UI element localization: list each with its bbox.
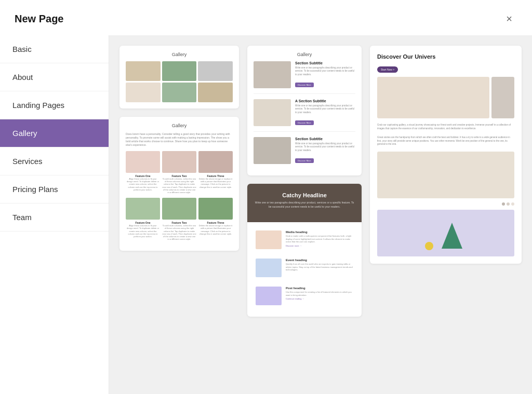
template-card-headline[interactable]: Catchy Headline Write one or two paragra…: [247, 184, 362, 317]
card-gallery-grid-title: Gallery: [126, 52, 233, 57]
gallery-cell-6: [198, 83, 233, 102]
section-content-2: A Section Subtitle Write one or two para…: [295, 99, 355, 126]
media-list: Media heading Grab a reader with a multi…: [247, 222, 362, 317]
feature-img-3: [198, 151, 233, 173]
gallery-cell-1: [126, 61, 161, 81]
media-heading-1: Media heading: [286, 230, 353, 234]
section-btn-1[interactable]: Discover More: [295, 83, 314, 87]
media-thumb-1: [256, 230, 282, 249]
feature-desc-6: Delete the above image or replace it wit…: [198, 224, 233, 235]
template-card-gallery-sections[interactable]: Gallery Section Subtitle Write one or tw…: [247, 46, 362, 175]
sidebar-item-basic[interactable]: Basic: [0, 35, 109, 63]
section-content-3: Section Subtitle Write one or two paragr…: [295, 137, 355, 164]
geo-shape-green: [442, 223, 462, 249]
template-card-gallery-grid[interactable]: Gallery: [119, 46, 239, 108]
discover-bottom: [377, 210, 514, 256]
section-text-1: Write one or two paragraphs describing y…: [295, 66, 355, 76]
discover-btn[interactable]: Start Now >: [377, 66, 398, 73]
feature-img-4: [126, 198, 160, 220]
section-text-3: Write one or two paragraphs describing y…: [295, 142, 355, 152]
feature-img-2: [162, 151, 196, 173]
sidebar-item-about[interactable]: About: [0, 63, 109, 91]
section-subtitle-1: Section Subtitle: [295, 61, 355, 65]
dot-3: [511, 202, 514, 206]
media-text-3: Use this component for creating a list o…: [286, 291, 353, 296]
sidebar-item-services[interactable]: Services: [0, 147, 109, 175]
close-button[interactable]: ×: [501, 10, 517, 27]
section-img-3: [254, 137, 291, 164]
headline-text: Write one or two paragraphs describing y…: [254, 201, 355, 209]
media-content-2: Event heading Quickly from all over the …: [286, 259, 353, 277]
dot-1: [502, 202, 505, 206]
feature-item-4: Feature One Align these columns to fit y…: [126, 198, 160, 240]
hero-images: [377, 77, 514, 118]
media-item-3: Post heading Use this component for crea…: [252, 283, 356, 308]
feature-desc-3: Delete the above image or replace it wit…: [198, 178, 233, 188]
sidebar-item-gallery[interactable]: Gallery: [0, 119, 109, 147]
section-text-2: Write one or two paragraphs describing y…: [295, 104, 355, 114]
template-column-1: Gallery Gallery Does lorem have a person…: [119, 46, 239, 384]
feature-desc-5: To add multi columns, select the row of …: [162, 224, 196, 240]
modal-title: New Page: [15, 13, 63, 25]
section-img-1: [254, 61, 291, 88]
gallery-cell-3: [198, 61, 233, 81]
gallery-cell-5: [162, 83, 197, 102]
feature-item-1: Feature One Align these columns to fit y…: [126, 151, 160, 194]
feature-item-2: Feature Two To add multi columns, select…: [162, 151, 196, 194]
media-heading-3: Post heading: [286, 287, 353, 290]
feature-item-5: Feature Two To add multi columns, select…: [162, 198, 196, 240]
discover-text-2: Great stories are the handpump from whic…: [377, 136, 514, 146]
discover-text-1: Grab our captivating gallery, a visual j…: [377, 124, 514, 131]
template-column-2: Gallery Section Subtitle Write one or tw…: [247, 46, 362, 384]
card-headline-area: Catchy Headline Write one or two paragra…: [247, 184, 362, 222]
gallery-features-body: Does lorem have a personality. Consider …: [126, 132, 233, 147]
modal-body: Basic About Landing Pages Gallery Servic…: [0, 35, 532, 394]
feature-item-6: Feature Three Delete the above image or …: [198, 198, 233, 240]
sidebar: Basic About Landing Pages Gallery Servic…: [0, 35, 109, 394]
section-row-3: Section Subtitle Write one or two paragr…: [254, 137, 355, 169]
sidebar-item-pricing-plans[interactable]: Pricing Plans: [0, 175, 109, 203]
media-heading-2: Event heading: [286, 259, 353, 262]
feature-desc-2: To add multi columns, select the row of …: [162, 178, 196, 194]
feature-item-3: Feature Three Delete the above image or …: [198, 151, 233, 194]
media-link-3[interactable]: Continue reading →: [286, 297, 353, 300]
media-item-2: Event heading Quickly from all over the …: [252, 255, 356, 280]
section-img-2: [254, 99, 291, 126]
feature-row-1: Feature One Align these columns to fit y…: [126, 151, 233, 194]
discover-showcase: [377, 152, 514, 198]
section-row-2: A Section Subtitle Write one or two para…: [254, 99, 355, 132]
media-thumb-3: [256, 287, 282, 305]
content-area: Gallery Gallery Does lorem have a person…: [109, 35, 532, 394]
media-link-1[interactable]: Discover more →: [286, 244, 353, 247]
media-text-2: Quickly from all over the world who are …: [286, 263, 353, 271]
section-btn-3[interactable]: Discover More: [295, 158, 314, 163]
hero-img-main: [377, 77, 489, 118]
template-card-gallery-features[interactable]: Gallery Does lorem have a personality. C…: [119, 117, 239, 251]
section-row-1: Section Subtitle Write one or two paragr…: [254, 61, 355, 94]
gallery-grid: [126, 61, 233, 102]
feature-row-2: Feature One Align these columns to fit y…: [126, 198, 233, 240]
section-subtitle-3: Section Subtitle: [295, 137, 355, 141]
feature-img-1: [126, 151, 160, 173]
gallery-cell-4: [126, 83, 161, 102]
section-btn-2[interactable]: Discover More: [295, 120, 314, 125]
geo-shape-yellow: [425, 242, 433, 250]
hero-img-person: [491, 77, 514, 118]
feature-img-6: [198, 198, 233, 220]
template-card-discover[interactable]: Discover Our Univers Start Now > Grab ou…: [370, 46, 522, 264]
feature-desc-1: Align these columns to fit your design n…: [126, 178, 160, 191]
section-subtitle-2: A Section Subtitle: [295, 99, 355, 103]
showcase-dots: [377, 202, 514, 206]
card-gallery-sections-title: Gallery: [254, 52, 355, 57]
section-content-1: Section Subtitle Write one or two paragr…: [295, 61, 355, 88]
template-column-3: Discover Our Univers Start Now > Grab ou…: [370, 46, 522, 384]
sidebar-item-team[interactable]: Team: [0, 203, 109, 232]
card-gallery-features-title: Gallery: [126, 123, 233, 128]
gallery-cell-2: [162, 61, 197, 81]
discover-title: Discover Our Univers: [377, 53, 514, 60]
modal: New Page × Basic About Landing Pages Gal…: [0, 0, 532, 394]
media-content-1: Media heading Grab a reader with a multi…: [286, 230, 353, 249]
feature-desc-4: Align these columns to fit your design n…: [126, 224, 160, 238]
sidebar-item-landing-pages[interactable]: Landing Pages: [0, 91, 109, 119]
modal-header: New Page ×: [0, 0, 532, 35]
